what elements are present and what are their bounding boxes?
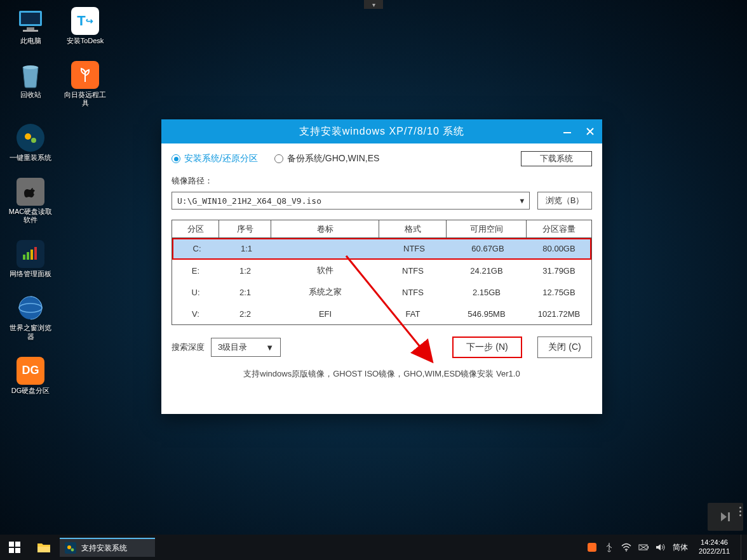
desktop-icon-recycle-bin[interactable]: 回收站 (6, 60, 55, 107)
desktop-icon-label: MAC硬盘读取软件 (6, 208, 55, 224)
cell-index: 1:1 (220, 239, 273, 258)
cell-size: 1021.72MB (527, 303, 591, 324)
clock-time: 14:24:46 (699, 538, 730, 547)
table-row[interactable]: V: 2:2 EFI FAT 546.95MB 1021.72MB (172, 303, 591, 324)
desktop-icon-label: 一键重装系统 (10, 154, 51, 162)
desktop-icon-label: 回收站 (20, 91, 41, 99)
cell-label: 系统之家 (271, 281, 379, 303)
taskbar-app-installer[interactable]: 支持安装系统 (60, 538, 155, 557)
cell-format: FAT (379, 303, 447, 324)
col-free: 可用空间 (447, 220, 527, 237)
windows-icon (9, 542, 20, 553)
monitor-icon (17, 8, 44, 34)
close-window-button[interactable] (582, 124, 598, 138)
tray-volume-icon[interactable] (656, 542, 666, 552)
chevron-down-icon: ▼ (266, 343, 274, 352)
svg-point-21 (67, 545, 71, 549)
clock-date: 2022/2/11 (699, 547, 730, 556)
media-preview-thumb[interactable] (708, 503, 743, 531)
cell-free: 546.95MB (447, 303, 527, 324)
desktop-icon-todesk[interactable]: T↪ 安装ToDesk (61, 6, 109, 45)
table-row[interactable]: U: 2:1 系统之家 NTFS 2.15GB 12.75GB (172, 281, 591, 303)
cell-free: 60.67GB (448, 239, 528, 258)
apple-icon (23, 184, 38, 199)
dialog-footer-text: 支持windows原版镜像，GHOST ISO镜像，GHO,WIM,ESD镜像安… (172, 368, 592, 380)
svg-rect-15 (9, 542, 14, 547)
image-path-value: U:\G_WIN10_21H2_X64_Q8_V9.iso (177, 196, 321, 206)
close-button[interactable]: 关闭 (C) (537, 337, 592, 358)
desktop-icon-network-panel[interactable]: 网络管理面板 (6, 239, 55, 278)
cell-size: 31.79GB (527, 260, 591, 281)
svg-point-5 (25, 133, 31, 140)
trash-icon (18, 61, 43, 89)
close-icon (586, 127, 595, 136)
tray-app-icon[interactable] (587, 542, 597, 552)
ime-indicator[interactable]: 简体 (673, 542, 688, 553)
image-path-select[interactable]: U:\G_WIN10_21H2_X64_Q8_V9.iso ▼ (172, 192, 530, 210)
table-row[interactable]: C: 1:1 NTFS 60.67GB 80.00GB (172, 238, 591, 260)
col-format: 格式 (379, 220, 447, 237)
svg-rect-13 (563, 132, 571, 133)
cell-format: NTFS (379, 281, 447, 303)
cell-partition: E: (172, 260, 219, 281)
taskbar-file-explorer[interactable] (29, 535, 58, 560)
svg-rect-25 (648, 546, 649, 549)
minimize-button[interactable] (559, 124, 575, 138)
svg-rect-1 (21, 13, 40, 24)
desktop-icon-theworld[interactable]: 世界之窗浏览器 (6, 293, 55, 340)
show-desktop-button[interactable] (741, 535, 744, 560)
installer-dialog: 支持安装windows XP/7/8/10 系统 安装系统/还原分区 备份系统/… (161, 119, 602, 414)
cell-format: NTFS (379, 260, 447, 281)
col-index: 序号 (219, 220, 271, 237)
plant-icon (77, 67, 93, 83)
svg-rect-16 (15, 542, 20, 547)
desktop-icon-reinstall[interactable]: 一键重装系统 (6, 123, 55, 162)
desktop-icon-mac-disk[interactable]: MAC硬盘读取软件 (6, 177, 55, 224)
radio-backup-system[interactable]: 备份系统/GHO,WIN,ES (274, 153, 379, 164)
cell-free: 24.21GB (447, 260, 527, 281)
desktop-icon-label: DG硬盘分区 (11, 387, 50, 395)
taskbar-clock[interactable]: 14:24:46 2022/2/11 (695, 538, 734, 556)
browse-button[interactable]: 浏览（B） (537, 192, 592, 210)
tray-battery-icon[interactable] (638, 542, 649, 552)
download-system-button[interactable]: 下载系统 (521, 151, 592, 166)
svg-point-6 (31, 138, 36, 143)
search-depth-select[interactable]: 3级目录 ▼ (211, 338, 281, 357)
desktop-icon-diskgenius[interactable]: DG DG硬盘分区 (6, 356, 55, 395)
radio-label: 备份系统/GHO,WIN,ES (287, 153, 379, 164)
radio-dot-icon (274, 154, 283, 163)
svg-rect-2 (27, 27, 34, 30)
start-button[interactable] (0, 535, 29, 560)
cell-size: 12.75GB (527, 281, 591, 303)
desktop-icon-label: 安装ToDesk (67, 37, 104, 45)
svg-rect-9 (30, 250, 33, 260)
tray-usb-icon[interactable] (604, 542, 614, 552)
svg-rect-17 (9, 548, 14, 553)
desktop-icon-sunlogin[interactable]: 向日葵远程工具 (61, 60, 109, 107)
svg-rect-18 (15, 548, 20, 553)
svg-point-4 (23, 65, 38, 69)
radio-label: 安装系统/还原分区 (184, 153, 258, 164)
desktop-icon-this-pc[interactable]: 此电脑 (6, 6, 55, 45)
cell-label: EFI (271, 303, 379, 324)
dialog-titlebar[interactable]: 支持安装windows XP/7/8/10 系统 (161, 119, 602, 143)
next-button[interactable]: 下一步 (N) (452, 337, 522, 358)
desktop-icon-label: 世界之窗浏览器 (6, 324, 55, 340)
desktop-icon-label: 此电脑 (20, 37, 41, 45)
minimize-icon (563, 127, 572, 136)
bars-icon (22, 247, 39, 261)
svg-rect-8 (27, 252, 29, 260)
col-label: 卷标 (271, 220, 379, 237)
gears-icon (65, 542, 76, 554)
table-row[interactable]: E: 1:2 软件 NTFS 24.21GB 31.79GB (172, 260, 591, 281)
svg-rect-19 (37, 547, 50, 552)
cell-size: 80.00GB (528, 239, 590, 258)
desktop-icon-label: 向日葵远程工具 (61, 91, 109, 107)
search-depth-label: 搜索深度 (172, 342, 205, 353)
radio-install-system[interactable]: 安装系统/还原分区 (172, 153, 258, 164)
chevron-down-icon: ▼ (520, 197, 524, 205)
col-size: 分区容量 (527, 220, 591, 237)
partition-table-header: 分区 序号 卷标 格式 可用空间 分区容量 (172, 220, 591, 238)
radio-dot-icon (172, 154, 180, 163)
tray-wifi-icon[interactable] (621, 542, 631, 552)
